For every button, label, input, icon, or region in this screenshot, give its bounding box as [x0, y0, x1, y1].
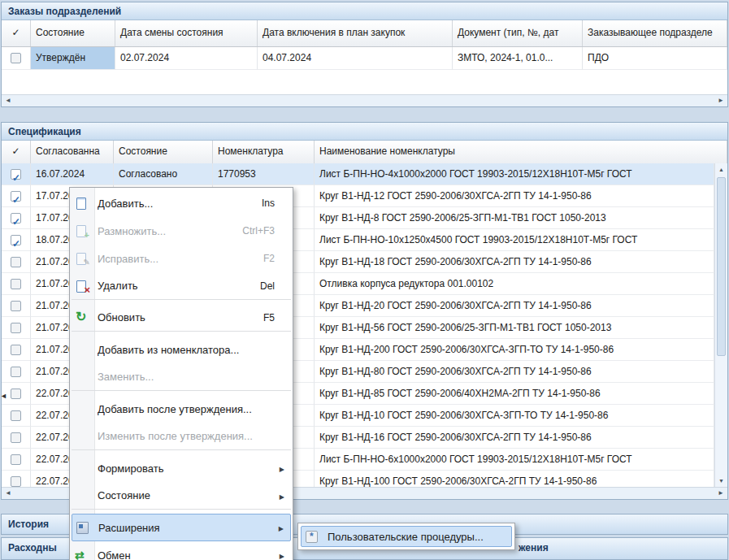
- context-menu-item[interactable]: Добавить из номенклатора...: [72, 336, 291, 363]
- orders-row-checkbox[interactable]: [11, 53, 21, 63]
- context-menu-item[interactable]: Заменить...: [72, 363, 291, 391]
- spec-col-state[interactable]: Состояние: [114, 141, 213, 163]
- spec-row-check-cell: [2, 427, 31, 449]
- spec-row-check-cell: [2, 251, 31, 273]
- menu-item-icon: [73, 224, 91, 237]
- scroll-up-icon[interactable]: ▲: [715, 163, 727, 176]
- orders-panel-title: Заказы подразделений: [2, 2, 727, 20]
- orders-col-department[interactable]: Заказывающее подразделе: [583, 20, 727, 46]
- orders-horizontal-scrollbar[interactable]: ◄ ►: [2, 94, 727, 106]
- spec-table-header: ✓ Согласованна Состояние Номенклатура На…: [2, 141, 727, 164]
- spec-row-checkbox[interactable]: [11, 235, 21, 245]
- menu-item-label: Состояние: [98, 489, 265, 501]
- menu-item-shortcut: Ins: [262, 198, 275, 209]
- scroll-right-icon[interactable]: ►: [714, 95, 727, 106]
- menu-item-shortcut: F2: [263, 253, 275, 264]
- spec-row-checkbox[interactable]: [11, 279, 21, 289]
- orders-col-document[interactable]: Документ (тип, №, дат: [453, 20, 583, 46]
- orders-department-cell: ПДО: [583, 47, 727, 70]
- context-menu-item[interactable]: Состояние: [72, 482, 291, 510]
- menu-item-label: Заменить...: [98, 371, 265, 383]
- menu-item-shortcut: Ctrl+F3: [242, 225, 275, 237]
- spec-header-check-icon[interactable]: ✓: [2, 141, 31, 163]
- spec-col-name[interactable]: Наименование номенклатуры: [315, 141, 727, 163]
- spec-row-checkbox[interactable]: [11, 476, 21, 487]
- spec-col-nomenclature[interactable]: Номенклатура: [213, 141, 315, 163]
- orders-row-check-cell: [2, 47, 31, 70]
- submenu-arrow-icon: [275, 549, 284, 560]
- spec-row-checkbox[interactable]: [11, 345, 21, 355]
- spec-row-checkbox[interactable]: [11, 454, 21, 465]
- menu-item-label: Изменить после утверждения...: [98, 430, 265, 442]
- context-menu-item[interactable]: Добавить после утверждения...: [72, 395, 291, 423]
- spec-nomenclature-cell: 1770953: [213, 163, 315, 185]
- context-menu-item[interactable]: Изменить после утверждения...: [72, 423, 291, 450]
- spec-vertical-scrollbar[interactable]: ▲ ▼: [714, 163, 727, 487]
- context-menu-item[interactable]: Размножить... Ctrl+F3: [72, 217, 291, 245]
- context-menu-item[interactable]: Формировать: [72, 454, 291, 482]
- spec-row-checkbox[interactable]: [11, 169, 21, 180]
- menu-item-label: Добавить...: [98, 198, 252, 210]
- submenu-item-icon: [304, 530, 322, 543]
- orders-col-state-change-date[interactable]: Дата смены состояния: [115, 20, 258, 46]
- context-menu-item[interactable]: Удалить Del: [72, 272, 291, 300]
- submenu-item[interactable]: Пользовательские процедуры...: [301, 526, 512, 547]
- menu-item-icon: [73, 402, 91, 415]
- submenu-arrow-icon: [275, 490, 284, 501]
- menu-item-label: Исправить...: [98, 253, 254, 265]
- menu-item-icon: [73, 197, 91, 210]
- submenu-arrow-icon: [275, 462, 284, 474]
- spec-row-check-cell: [2, 449, 31, 471]
- menu-item-label: Удалить: [98, 280, 250, 292]
- menu-item-label: Добавить из номенклатора...: [98, 344, 265, 356]
- spec-row-checkbox[interactable]: [11, 389, 21, 399]
- scroll-left-icon[interactable]: ◄: [2, 95, 15, 106]
- context-menu-item[interactable]: Добавить... Ins: [72, 189, 291, 217]
- scroll-left-icon[interactable]: ◄: [2, 488, 15, 499]
- spec-row-checkbox[interactable]: [11, 191, 21, 202]
- spec-name-cell: Лист Б-ПН-НО-10х1250х4500 ГОСТ 19903-201…: [315, 229, 714, 251]
- scrollbar-thumb[interactable]: [717, 177, 726, 356]
- spec-row-checkbox[interactable]: [11, 432, 21, 443]
- spec-row-checkbox[interactable]: [11, 410, 21, 421]
- spec-name-cell: Круг В1-НД-80 ГОСТ 2590-2006/30ХГСА-2ГП …: [315, 361, 714, 383]
- menu-item-label: Формировать: [98, 462, 265, 475]
- menu-item-icon: [73, 549, 91, 560]
- menu-item-icon: [73, 462, 91, 475]
- spec-row[interactable]: 16.07.2024 Согласовано 1770953 Лист Б-ПН…: [2, 163, 714, 185]
- orders-col-state[interactable]: Состояние: [31, 20, 115, 46]
- spec-row-check-cell: [2, 405, 31, 427]
- spec-row-checkbox[interactable]: [11, 367, 21, 377]
- scroll-down-icon[interactable]: ▼: [715, 475, 727, 487]
- context-menu-item[interactable]: Обновить F5: [72, 304, 291, 332]
- spec-row-check-cell: [2, 339, 31, 361]
- orders-plan-include-date-cell: 04.07.2024: [258, 47, 453, 70]
- orders-table-header: ✓ Состояние Дата смены состояния Дата вк…: [2, 20, 727, 47]
- context-menu-item[interactable]: Обмен: [72, 541, 291, 560]
- spec-name-cell: Круг В1-НД-12 ГОСТ 2590-2006/30ХГСА-2ГП …: [315, 185, 714, 207]
- orders-row[interactable]: Утверждён 02.07.2024 04.07.2024 ЗМТО, 20…: [2, 47, 727, 70]
- menu-item-label: Обновить: [98, 311, 254, 323]
- scroll-right-icon[interactable]: ►: [714, 488, 727, 499]
- spec-row-checkbox[interactable]: [11, 301, 21, 311]
- spec-row-checkbox[interactable]: [11, 213, 21, 224]
- context-menu-item[interactable]: Расширения: [72, 514, 291, 541]
- orders-header-check-icon[interactable]: ✓: [2, 20, 31, 46]
- menu-item-label: Расширения: [98, 522, 264, 534]
- orders-col-plan-include-date[interactable]: Дата включения в план закупок: [258, 20, 453, 46]
- spec-panel-title: Спецификация: [2, 123, 727, 141]
- spec-row-checkbox[interactable]: [11, 257, 21, 267]
- menu-item-icon: [73, 489, 91, 502]
- edge-scroll-left-icon[interactable]: ◄: [0, 392, 7, 400]
- context-menu-item[interactable]: Исправить... F2: [72, 245, 291, 272]
- spec-name-cell: Круг В1-НД-18 ГОСТ 2590-2006/30ХГСА-2ГП …: [315, 251, 714, 273]
- spec-name-cell: Круг В1-НД-85 ГОСТ 2590-2006/40ХН2МА-2ГП…: [315, 383, 714, 405]
- spec-name-cell: Круг В1-НД-100 ГОСТ 2590-2006/30ХГСА-2ГП…: [315, 471, 714, 487]
- expense-panel-title-left: Расходны: [8, 542, 57, 553]
- spec-name-cell: Круг В1-НД-16 ГОСТ 2590-2006/30ХГСА-2ГП …: [315, 427, 714, 449]
- spec-row-checkbox[interactable]: [11, 323, 21, 333]
- spec-col-agreed-date[interactable]: Согласованна: [31, 141, 114, 163]
- menu-item-label: Добавить после утверждения...: [98, 403, 265, 415]
- menu-item-icon: [73, 280, 91, 293]
- spec-date-cell: 16.07.2024: [31, 163, 114, 185]
